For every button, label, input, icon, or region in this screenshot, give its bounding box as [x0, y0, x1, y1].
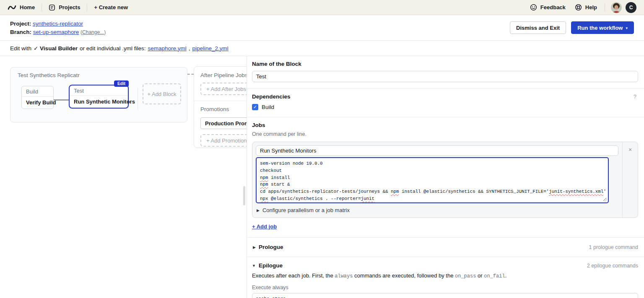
nav-divider [42, 4, 42, 11]
edit-with-text: Edit with [10, 45, 31, 52]
on-fail-token: on_fail [484, 273, 505, 279]
project-line: Project: synthetics-replicator [10, 20, 106, 28]
change-branch-link[interactable]: (Change...) [80, 29, 106, 35]
block-name-input[interactable] [252, 71, 638, 82]
block-test-job: Run Synthetic Monitors [70, 96, 128, 108]
nav-feedback[interactable]: Feedback [530, 4, 566, 11]
visual-builder-label: ✓ Visual Builder [34, 45, 78, 52]
caret-down-icon: ▾ [626, 26, 628, 30]
projects-icon [49, 4, 55, 11]
smiley-icon [530, 4, 537, 11]
triangle-right-icon: ▶ [257, 208, 260, 212]
triangle-right-icon: ▶ [253, 245, 256, 249]
edit-mode-bar: Edit with ✓ Visual Builder or edit indiv… [0, 41, 644, 56]
semaphore-logo-icon [8, 5, 16, 10]
lifebuoy-icon [575, 4, 582, 11]
jobs-hint: One command per line. [252, 131, 638, 137]
nav-home-label: Home [20, 4, 35, 10]
canvas-scrollbar-thumb[interactable] [243, 186, 245, 205]
after-pipeline-connector [187, 74, 194, 75]
top-nav: Home Projects + Create new Feedback Help [0, 0, 644, 15]
after-pipeline-panel: After Pipeline Jobs + Add After Jobs Pro… [194, 66, 252, 148]
nav-divider [605, 4, 605, 11]
prologue-section: ▶ Prologue 1 prologue command [247, 238, 644, 257]
triangle-down-icon: ▼ [252, 264, 256, 268]
check-icon: ✓ [34, 45, 38, 52]
dependency-build-row: ✓ Build [252, 104, 638, 110]
account-avatar-initial: C [629, 5, 633, 10]
project-label: Project: [10, 21, 31, 27]
nav-create-new-label: + Create new [94, 4, 128, 10]
block-test[interactable]: Edit Test Run Synthetic Monitors [69, 85, 129, 109]
epilogue-description: Executes after each job. First, the alwa… [252, 272, 638, 279]
name-section: Name of the Block [247, 56, 644, 89]
block-build-job: Verify Build [22, 97, 53, 109]
branch-line: Branch: set-up-semaphore (Change...) [10, 28, 106, 37]
epilogue-count: 2 epilogue commands [587, 263, 638, 269]
add-block-button[interactable]: + Add Block [143, 83, 181, 104]
nav-feedback-label: Feedback [540, 4, 566, 10]
block-editor-panel: Name of the Block Dependencies ? ✓ Build… [247, 56, 644, 298]
user-photo-avatar[interactable] [611, 2, 622, 13]
pipeline-divider [138, 88, 138, 109]
nav-home[interactable]: Home [8, 4, 35, 10]
edit-middle-text: or edit individual .yml files: [80, 45, 146, 52]
job-name-input[interactable] [256, 145, 618, 156]
always-token: always [335, 273, 353, 279]
nav-help[interactable]: Help [575, 4, 597, 11]
execute-always-textarea[interactable]: cache store [[ -f junit-synthetics.xml ]… [252, 293, 638, 298]
name-of-block-label: Name of the Block [252, 61, 638, 67]
configure-parallelism-toggle[interactable]: ▶ Configure parallelism or a job matrix [256, 203, 618, 218]
delete-job-button[interactable]: × [628, 147, 632, 153]
branch-link[interactable]: set-up-semaphore [33, 29, 79, 35]
nav-divider [87, 4, 87, 11]
project-link[interactable]: synthetics-replicator [33, 21, 83, 27]
edit-badge[interactable]: Edit [114, 80, 129, 87]
pipeline-yml-link[interactable]: pipeline_2.yml [192, 45, 229, 52]
epilogue-toggle[interactable]: ▼ Epilogue [252, 262, 283, 269]
prologue-toggle[interactable]: ▶ Prologue [253, 244, 283, 250]
branch-label: Branch: [10, 29, 31, 35]
dependencies-section: Dependencies ? ✓ Build [247, 89, 644, 117]
semaphore-yml-link[interactable]: semaphore.yml [148, 45, 186, 52]
job-side-column: × [622, 142, 638, 218]
promotions-title: Promotions [200, 106, 252, 112]
job-commands-textarea[interactable]: sem-version node 19.0.0 checkout npm ins… [256, 157, 609, 203]
after-pipeline-jobs-title: After Pipeline Jobs [200, 72, 252, 78]
block-connector-line [54, 99, 69, 101]
job-card: sem-version node 19.0.0 checkout npm ins… [252, 142, 638, 218]
block-test-name: Test [70, 86, 128, 96]
nav-projects[interactable]: Projects [49, 4, 80, 11]
jobs-section: Jobs One command per line. sem-version n… [247, 117, 644, 238]
dependencies-label: Dependencies [252, 93, 638, 100]
block-build[interactable]: Build Verify Build [21, 86, 54, 109]
epilogue-section: ▼ Epilogue 2 epilogue commands Executes … [247, 257, 644, 298]
build-checkbox-label: Build [262, 104, 274, 110]
jobs-label: Jobs [252, 122, 638, 128]
nav-help-label: Help [585, 4, 597, 10]
account-avatar[interactable]: C [626, 2, 636, 13]
run-workflow-button[interactable]: Run the workflow ▾ [571, 21, 634, 34]
resize-handle[interactable] [603, 198, 607, 202]
build-checkbox[interactable]: ✓ [252, 104, 258, 110]
after-panel-divider [194, 101, 253, 101]
prologue-count: 1 prologue command [589, 244, 638, 250]
block-build-name: Build [22, 86, 53, 97]
nav-create-new[interactable]: + Create new [94, 4, 128, 10]
dismiss-and-exit-button[interactable]: Dismiss and Exit [510, 21, 566, 34]
nav-projects-label: Projects [59, 4, 80, 10]
add-job-link[interactable]: + Add job [252, 223, 277, 230]
on-pass-token: on_pass [455, 273, 476, 279]
pipeline-title: Test Synthetics Replicatr [18, 72, 80, 78]
workflow-header: Project: synthetics-replicator Branch: s… [0, 15, 644, 41]
file-separator: , [189, 45, 190, 52]
pipeline-panel: Test Synthetics Replicatr Build Verify B… [10, 67, 187, 122]
dependencies-help-icon[interactable]: ? [634, 93, 636, 100]
execute-always-label: Execute always [252, 285, 638, 290]
